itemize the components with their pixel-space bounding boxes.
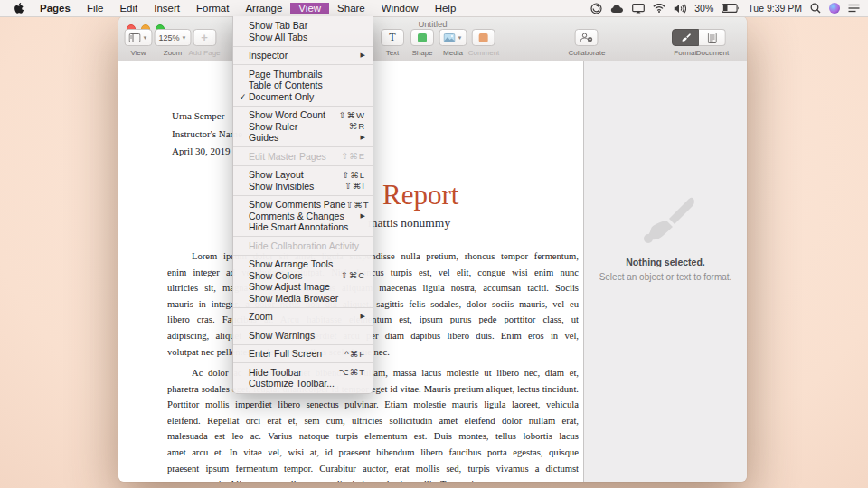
menu-item-label: Show Ruler — [249, 121, 349, 132]
menubar-item-view[interactable]: View — [290, 3, 329, 14]
menu-item-show-all-tabs[interactable]: Show All Tabs — [233, 32, 373, 43]
menubar-item-insert[interactable]: Insert — [146, 3, 188, 14]
menu-item-show-layout[interactable]: Show Layout⇧⌘L — [233, 169, 373, 181]
menu-separator — [233, 325, 373, 326]
menubar-item-format[interactable]: Format — [188, 3, 237, 14]
menu-item-show-ruler[interactable]: Show Ruler⌘R — [233, 121, 373, 133]
display-airplay-icon[interactable] — [632, 4, 645, 14]
checkmark-icon: ✓ — [237, 92, 249, 101]
app-status-icon[interactable] — [590, 3, 602, 14]
volume-icon[interactable] — [674, 4, 686, 14]
menubar-item-pages[interactable]: Pages — [32, 3, 79, 14]
menubar-item-window[interactable]: Window — [373, 3, 427, 14]
menu-item-label: Show Layout — [249, 169, 342, 180]
menu-item-show-tab-bar[interactable]: Show Tab Bar — [233, 20, 373, 32]
menu-item-show-invisibles[interactable]: Show Invisibles⇧⌘I — [233, 181, 373, 192]
menu-item-page-thumbnails[interactable]: Page Thumbnails — [233, 69, 373, 80]
menu-item-inspector[interactable]: Inspector▶ — [233, 50, 373, 61]
shape-icon — [418, 33, 427, 42]
paintbrush-icon — [680, 33, 691, 43]
menubar-clock[interactable]: Tue 9:39 PM — [748, 3, 802, 14]
toolbar-document: Document — [696, 29, 729, 57]
menubar-item-help[interactable]: Help — [427, 3, 465, 14]
toolbar-label: Add Page — [188, 49, 220, 57]
menu-item-label: Show Adjust Image — [249, 281, 365, 292]
menu-item-label: Guides — [249, 132, 361, 143]
menubar-status-area: 30% Tue 9:39 PM — [590, 3, 868, 14]
siri-icon[interactable] — [829, 3, 840, 14]
toolbar-label: Media — [443, 49, 463, 57]
chevron-down-icon: ▼ — [182, 35, 187, 41]
text-icon: T — [389, 31, 395, 44]
text-line: eleifend. Repellat orci erat et, sem cum… — [167, 413, 579, 429]
icloud-icon[interactable] — [610, 4, 624, 14]
format-panel-button[interactable] — [672, 29, 699, 46]
menu-separator — [233, 195, 373, 196]
menu-shortcut: ⇧⌘I — [344, 181, 365, 191]
menu-separator — [233, 307, 373, 308]
toolbar-label: Collaborate — [569, 49, 606, 57]
apple-logo-icon — [14, 3, 24, 14]
menu-shortcut: ⌘R — [349, 121, 365, 131]
spotlight-search-icon[interactable] — [810, 3, 821, 14]
menu-shortcut: ⇧⌘E — [341, 151, 365, 161]
menu-item-table-of-contents[interactable]: Table of Contents — [233, 80, 373, 91]
menu-separator — [233, 255, 373, 256]
menu-item-guides[interactable]: Guides▶ — [233, 132, 373, 144]
notification-center-icon[interactable] — [848, 4, 860, 13]
menu-item-show-arrange-tools[interactable]: Show Arrange Tools — [233, 258, 373, 270]
menu-item-label: Inspector — [249, 50, 361, 61]
menubar-item-share[interactable]: Share — [329, 3, 373, 14]
menu-separator — [233, 362, 373, 363]
menubar-item-arrange[interactable]: Arrange — [237, 3, 290, 14]
pages-window: Untitled ▼ View 125% ▼ — [118, 16, 747, 482]
zoom-level-dropdown[interactable]: 125% ▼ — [155, 29, 192, 46]
view-menu-dropdown: Show Tab BarShow All TabsInspector▶Page … — [232, 16, 373, 394]
menu-item-document-only[interactable]: ✓Document Only — [233, 91, 373, 103]
text-line: malesuada est leo ac. Varius natoque tur… — [167, 428, 579, 445]
window-content: Urna Semper Instructor's Name April 30, … — [118, 61, 747, 482]
document-panel-button[interactable] — [699, 29, 726, 46]
menu-item-label: Show Media Browser — [249, 293, 365, 304]
menu-item-show-comments-pane[interactable]: Show Comments Pane⇧⌘T — [233, 199, 373, 211]
menu-item-label: Show Arrange Tools — [249, 258, 365, 269]
insert-text-button[interactable]: T — [381, 29, 404, 46]
toolbar-text: T Text — [381, 29, 404, 57]
menu-item-enter-full-screen[interactable]: Enter Full Screen^⌘F — [233, 348, 373, 360]
collaborate-button[interactable] — [575, 29, 599, 46]
menu-item-show-word-count[interactable]: Show Word Count⇧⌘W — [233, 109, 373, 121]
menu-item-show-adjust-image[interactable]: Show Adjust Image — [233, 281, 373, 293]
menu-shortcut: ⇧⌘L — [342, 170, 365, 180]
menu-item-comments-changes[interactable]: Comments & Changes▶ — [233, 211, 373, 222]
view-options-button[interactable]: ▼ — [125, 29, 153, 46]
menu-item-hide-smart-annotations[interactable]: Hide Smart Annotations — [233, 221, 373, 233]
menu-item-label: Zoom — [249, 311, 361, 322]
insert-shape-button[interactable] — [410, 29, 434, 46]
menu-item-label: Show All Tabs — [249, 32, 365, 42]
screen: Untitled ▼ View 125% ▼ — [0, 0, 868, 488]
insert-media-button[interactable]: ▼ — [439, 29, 467, 46]
menu-item-show-warnings[interactable]: Show Warnings — [233, 330, 373, 342]
apple-menu[interactable] — [7, 0, 32, 16]
toolbar-label: Comment — [468, 49, 500, 57]
toolbar-label: Format — [674, 49, 696, 57]
menu-separator — [233, 165, 373, 166]
menu-separator — [233, 146, 373, 147]
menu-item-customize-toolbar[interactable]: Customize Toolbar... — [233, 378, 373, 389]
menubar-item-edit[interactable]: Edit — [111, 3, 146, 14]
add-page-button: + — [193, 29, 216, 46]
paintbrush-icon — [633, 188, 698, 253]
menu-item-label: Comments & Changes — [249, 211, 361, 221]
doc-subtitle: mattis nonummy — [368, 216, 450, 230]
menu-item-label: Show Tab Bar — [249, 20, 365, 31]
menu-separator — [233, 64, 373, 65]
menu-item-show-colors[interactable]: Show Colors⇧⌘C — [233, 270, 373, 282]
menu-item-hide-toolbar[interactable]: Hide Toolbar⌥⌘T — [233, 367, 373, 379]
wifi-icon[interactable] — [653, 4, 665, 13]
media-photo-icon — [444, 33, 456, 42]
menu-item-zoom[interactable]: Zoom▶ — [233, 311, 373, 323]
menu-shortcut: ⌥⌘T — [339, 367, 365, 377]
menu-item-show-media-browser[interactable]: Show Media Browser — [233, 293, 373, 305]
menubar-item-file[interactable]: File — [79, 3, 112, 14]
chevron-down-icon: ▼ — [458, 35, 463, 41]
